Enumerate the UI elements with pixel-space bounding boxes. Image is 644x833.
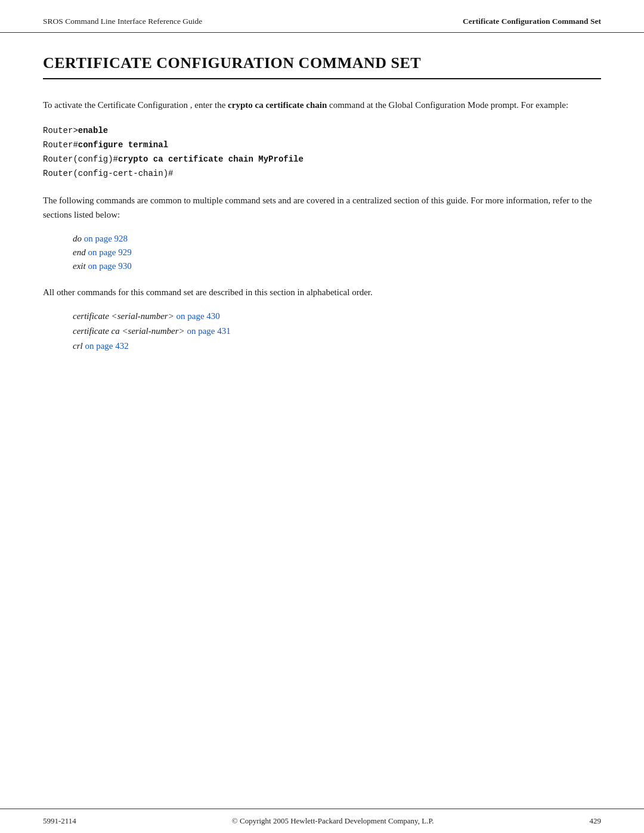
common-links-list: do on page 928 end on page 929 exit on p… — [73, 234, 601, 271]
header-left-text: SROS Command Line Interface Reference Gu… — [43, 17, 202, 26]
list-item-exit: exit on page 930 — [73, 261, 601, 271]
footer-page-number: 429 — [589, 816, 601, 826]
code-line-1: Router>enable — [43, 124, 601, 138]
page: SROS Command Line Interface Reference Gu… — [0, 0, 644, 833]
code-line-4: Router(config-cert-chain)# — [43, 167, 601, 181]
link-end-page[interactable]: on page 929 — [88, 247, 131, 257]
list-item-do: do on page 928 — [73, 234, 601, 244]
footer-doc-number: 5991-2114 — [43, 816, 76, 826]
command-links-list: certificate <serial-number> on page 430 … — [73, 311, 601, 351]
cmd-italic-certificate: certificate <serial-number> — [73, 311, 174, 321]
link-crl-page[interactable]: on page 432 — [85, 341, 128, 351]
code-bold-2: configure terminal — [78, 140, 168, 150]
link-italic-end: end — [73, 247, 86, 257]
intro-text-after: command at the Global Configuration Mode… — [327, 100, 568, 110]
page-footer: 5991-2114 © Copyright 2005 Hewlett-Packa… — [0, 809, 644, 833]
list-item-end: end on page 929 — [73, 247, 601, 258]
link-italic-exit: exit — [73, 261, 86, 271]
code-bold-1: enable — [78, 126, 108, 135]
list-item-certificate: certificate <serial-number> on page 430 — [73, 311, 601, 321]
intro-bold-command: crypto ca certificate chain — [228, 100, 327, 110]
list-item-crl: crl on page 432 — [73, 341, 601, 351]
all-other-paragraph: All other commands for this command set … — [43, 286, 601, 299]
link-certificate-ca-page[interactable]: on page 431 — [187, 326, 230, 336]
link-exit-page[interactable]: on page 930 — [88, 261, 131, 271]
header-right-text: Certificate Configuration Command Set — [463, 17, 601, 26]
footer-copyright: © Copyright 2005 Hewlett-Packard Develop… — [232, 816, 434, 826]
code-block: Router>enable Router#configure terminal … — [43, 124, 601, 181]
intro-text-before: To activate the Certificate Configuratio… — [43, 100, 228, 110]
link-certificate-page[interactable]: on page 430 — [177, 311, 220, 321]
code-line-2: Router#configure terminal — [43, 138, 601, 153]
code-line-3: Router(config)#crypto ca certificate cha… — [43, 153, 601, 167]
list-item-certificate-ca: certificate ca <serial-number> on page 4… — [73, 326, 601, 336]
link-do-page[interactable]: on page 928 — [84, 234, 128, 243]
cmd-italic-certificate-ca: certificate ca <serial-number> — [73, 326, 185, 336]
cmd-italic-crl: crl — [73, 341, 83, 351]
code-bold-3: crypto ca certificate chain MyProfile — [118, 154, 304, 164]
following-paragraph: The following commands are common to mul… — [43, 194, 601, 222]
link-italic-do: do — [73, 234, 82, 243]
chapter-title: Certificate Configuration Command Set — [43, 54, 601, 79]
page-content: Certificate Configuration Command Set To… — [0, 33, 644, 833]
intro-paragraph: To activate the Certificate Configuratio… — [43, 98, 601, 112]
page-header: SROS Command Line Interface Reference Gu… — [0, 0, 644, 33]
